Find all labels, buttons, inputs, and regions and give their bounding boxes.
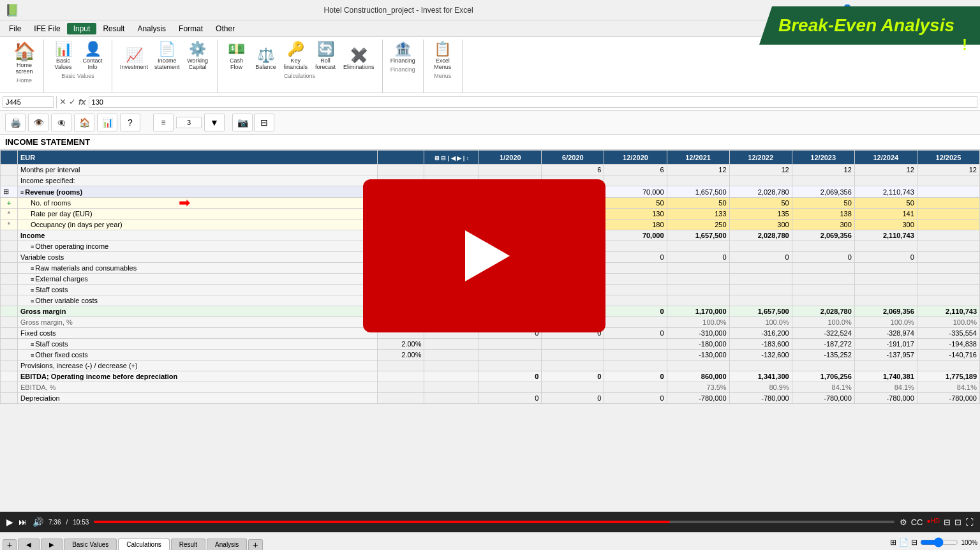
ribbon-investment-button[interactable]: 📈 Investment: [117, 46, 151, 71]
cancel-formula-icon[interactable]: ✕: [59, 97, 66, 107]
formula-divider: [56, 96, 57, 108]
view-button1[interactable]: 👁️: [28, 114, 48, 131]
col-header-12-2022: 12/2022: [729, 151, 792, 165]
sheet-tab-new[interactable]: +: [3, 539, 17, 550]
sheet-tab-result[interactable]: Result: [171, 539, 205, 550]
ribbon-key-financials-button[interactable]: 🔑 Keyfinancials: [281, 40, 311, 71]
video-overlay[interactable]: [363, 179, 605, 332]
time-separator: /: [66, 519, 68, 526]
col-header-12-2023: 12/2023: [792, 151, 854, 165]
app-icon: 📗: [5, 3, 19, 17]
balance-icon: ⚖️: [257, 47, 274, 64]
key-financials-icon: 🔑: [287, 41, 304, 57]
col-header-controls: ⊞ ⊟ | ◀ ▶ | ↕: [424, 151, 479, 165]
volume-button[interactable]: 🔊: [33, 517, 43, 527]
page-break-icon[interactable]: ⊟: [911, 538, 917, 547]
progress-bar-background[interactable]: [94, 521, 894, 523]
menu-analysis[interactable]: Analysis: [131, 23, 172, 34]
print-button[interactable]: 🖨️: [5, 114, 26, 131]
table-row: ≡Staff costs 2.00% -180,000 -183,600 -18…: [1, 339, 980, 350]
title-bar-left: 📗: [5, 3, 19, 17]
normal-view-icon[interactable]: ⊞: [890, 538, 896, 547]
investment-icon: 📈: [126, 47, 143, 64]
menu-file[interactable]: File: [3, 23, 27, 34]
formula-icons: ✕ ✓ fx: [59, 97, 86, 107]
col-header-eur: EUR: [17, 151, 377, 165]
ribbon-roll-forecast-button[interactable]: 🔄 Rollforecast: [311, 40, 339, 71]
sheet-tab-calculations[interactable]: Calculations: [118, 539, 169, 550]
ribbon-group-home-label: Home: [10, 76, 38, 84]
extra-toolbar-buttons: 📷 ⊟: [232, 114, 274, 131]
table-row: EBITDA, % 73.5% 80.9% 84.1% 84.1% 84.1%: [1, 382, 980, 393]
breakeven-exclaim: !: [962, 36, 967, 54]
fullscreen-icon[interactable]: ⛶: [965, 517, 974, 527]
ribbon-contact-info-button[interactable]: 👤 ContactInfo: [78, 40, 107, 71]
ribbon-financing-button[interactable]: 🏦 Financing: [388, 40, 418, 65]
table-row: EBITDA; Operating income before deprecia…: [1, 371, 980, 382]
theater-icon[interactable]: ⊟: [944, 517, 951, 527]
dropdown-arrow-btn[interactable]: ▼: [204, 114, 225, 131]
settings-icon[interactable]: ⚙: [900, 517, 907, 527]
col-header-pct: [377, 151, 424, 165]
menu-input[interactable]: Input: [67, 23, 97, 34]
excel-menus-icon: 📋: [434, 41, 451, 57]
ribbon: 🏠 Homescreen Home 📊 BasicValues 👤 Contac…: [0, 37, 980, 93]
ribbon-eliminations-button[interactable]: ✖️ Eliminations: [341, 46, 377, 71]
ribbon-group-calc1: 📈 Investment 📄 Incomestatement ⚙️ Workin…: [112, 40, 218, 93]
help-button[interactable]: ?: [120, 114, 140, 131]
menu-other[interactable]: Other: [209, 23, 241, 34]
view-button2[interactable]: 👁️‍🗨️: [51, 114, 71, 131]
ribbon-income-statement-button[interactable]: 📄 Incomestatement: [152, 40, 182, 71]
quality-icon[interactable]: ●HD: [927, 517, 940, 527]
sheet-tab-prev[interactable]: ◀: [18, 539, 40, 550]
col-header-12-2020: 12/2020: [604, 151, 667, 165]
col-header-6-2020: 6/2020: [542, 151, 604, 165]
ribbon-excel-menus-button[interactable]: 📋 ExcelMenus: [429, 40, 457, 71]
sheet-tab-add[interactable]: +: [248, 539, 262, 550]
spreadsheet-container: INCOME STATEMENT EUR: [0, 135, 980, 438]
ribbon-home-screen-button[interactable]: 🏠 Homescreen: [10, 40, 38, 76]
list-icon-btn[interactable]: ≡: [153, 114, 174, 131]
zoom-slider[interactable]: [920, 537, 958, 547]
page-layout-icon[interactable]: 📄: [899, 538, 909, 547]
table-row: ≡Other fixed costs 2.00% -130,000 -132,6…: [1, 350, 980, 360]
ribbon-basic-values-button[interactable]: 📊 BasicValues: [49, 40, 77, 71]
ribbon-group-calc2: 💵 CashFlow ⚖️ Balance 🔑 Keyfinancials 🔄 …: [218, 40, 383, 93]
sheet-tab-next[interactable]: ▶: [41, 539, 63, 550]
chart-button[interactable]: 📊: [97, 114, 117, 131]
ribbon-group-financing: 🏦 Financing Financing: [383, 40, 424, 93]
window-title: Hotel Construction_project - Invest for …: [19, 6, 778, 15]
ribbon-balance-button[interactable]: ⚖️ Balance: [252, 46, 280, 71]
confirm-formula-icon[interactable]: ✓: [69, 97, 76, 107]
breakeven-banner: Break-Even Analysis: [759, 6, 980, 45]
ribbon-working-capital-button[interactable]: ⚙️ WorkingCapital: [184, 40, 212, 71]
play-button-icon: [465, 230, 510, 281]
play-pause-button[interactable]: ▶: [6, 517, 13, 527]
expand-icon[interactable]: ⊞: [3, 188, 9, 195]
ribbon-cash-flow-button[interactable]: 💵 CashFlow: [223, 40, 251, 71]
col-header-12-2025: 12/2025: [917, 151, 979, 165]
skip-forward-button[interactable]: ⏭: [19, 517, 27, 527]
formula-input[interactable]: [89, 96, 977, 108]
ribbon-group-calc2-label: Calculations: [223, 71, 377, 79]
section-icon: ≡: [20, 190, 24, 196]
income-statement-icon: 📄: [158, 41, 175, 57]
home-view-button[interactable]: 🏠: [74, 114, 94, 131]
insert-function-icon[interactable]: fx: [78, 97, 86, 107]
number-stepper[interactable]: [176, 117, 202, 128]
menu-format[interactable]: Format: [172, 23, 209, 34]
captions-icon[interactable]: CC: [911, 517, 923, 527]
split-button[interactable]: ⊟: [254, 114, 274, 131]
menu-ife-file[interactable]: IFE File: [27, 23, 66, 34]
cell-reference-input[interactable]: [3, 96, 54, 108]
camera-button[interactable]: 📷: [232, 114, 253, 131]
toolbar-row: 🖨️ 👁️ 👁️‍🗨️ 🏠 📊 ? ≡ ▼ 📷 ⊟ INCOME STATEME…: [0, 111, 980, 135]
miniplayer-icon[interactable]: ⊡: [954, 517, 961, 527]
video-progress-bar[interactable]: ▶ ⏭ 🔊 7:36 / 10:53 ⚙ CC ●HD ⊟ ⊡ ⛶: [0, 512, 980, 532]
contact-info-icon: 👤: [84, 41, 101, 57]
ribbon-group-menus-label: Menus: [429, 71, 457, 79]
sheet-tab-analysis[interactable]: Analysis: [207, 539, 247, 550]
sheet-tab-basic-values[interactable]: Basic Values: [64, 539, 117, 550]
home-icon: 🏠: [13, 41, 36, 62]
menu-result[interactable]: Result: [96, 23, 131, 34]
